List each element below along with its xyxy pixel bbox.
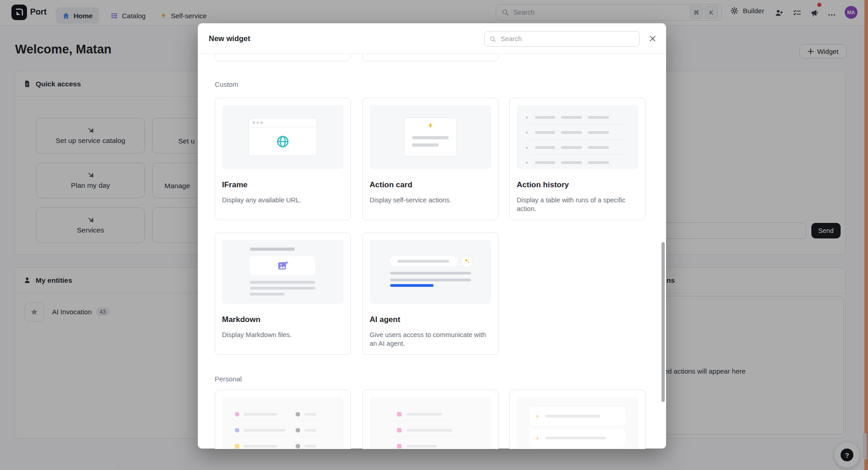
new-widget-modal: New widget Custom <box>198 23 666 449</box>
action-card-preview <box>370 105 491 169</box>
personal-card-2[interactable] <box>362 390 498 449</box>
personal-preview-1 <box>222 397 344 449</box>
personal-card-3[interactable] <box>509 390 646 449</box>
widget-card-ai-agent[interactable]: AI agent Give users access to communicat… <box>362 232 498 355</box>
iframe-preview <box>222 105 344 169</box>
widget-card-markdown[interactable]: Markdown Display Markdown files. <box>215 232 351 355</box>
close-icon <box>649 35 656 42</box>
personal-preview-3 <box>517 397 638 449</box>
modal-scrollbar-thumb[interactable] <box>662 242 665 402</box>
sparkles-icon <box>464 258 470 264</box>
ai-agent-preview <box>370 240 491 304</box>
modal-close-button[interactable] <box>646 32 659 45</box>
personal-preview-2 <box>370 397 491 449</box>
bolt-icon <box>427 122 434 129</box>
markdown-preview <box>222 240 344 304</box>
modal-title: New widget <box>209 34 250 43</box>
widget-card-action-card[interactable]: Action card Display self-service actions… <box>362 98 498 220</box>
section-personal-label: Personal <box>215 375 242 383</box>
cutoff-card <box>215 53 351 61</box>
cutoff-card <box>362 53 498 61</box>
widget-card-action-history[interactable]: Action history Display a table with runs… <box>509 98 646 220</box>
widget-card-iframe[interactable]: IFrame Display any available URL. <box>215 98 351 220</box>
modal-scroll-area[interactable]: Custom <box>198 53 666 449</box>
screen: Port Home Catalog Self-service <box>0 0 868 470</box>
action-history-preview <box>517 105 638 169</box>
image-plus-icon <box>277 260 288 271</box>
personal-card-1[interactable] <box>215 390 351 449</box>
search-icon <box>489 36 496 42</box>
section-custom-label: Custom <box>215 80 238 88</box>
modal-search[interactable] <box>484 31 640 47</box>
modal-search-input[interactable] <box>500 35 635 43</box>
globe-icon <box>276 135 290 148</box>
